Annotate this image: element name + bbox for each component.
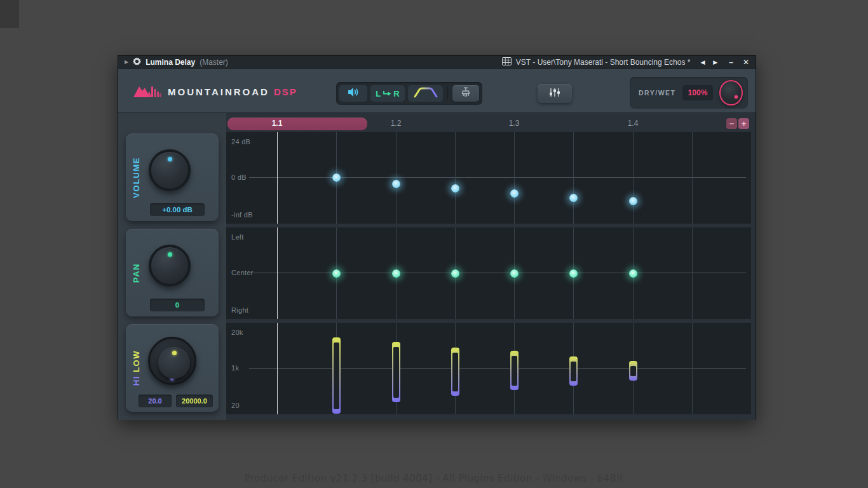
filter-grid-panel[interactable]: 20k 1k 20: [226, 323, 751, 414]
tab-1.3[interactable]: 1.3: [509, 119, 520, 128]
lr-arrow-icon: [383, 89, 391, 98]
volume-value[interactable]: +0.00 dB: [150, 203, 205, 216]
dry-wet-value[interactable]: 100%: [682, 85, 714, 100]
remove-bar-button[interactable]: −: [726, 118, 737, 129]
screen-corner-artifact: [0, 0, 19, 28]
low-cut-value[interactable]: 20.0: [139, 395, 172, 407]
add-bar-button[interactable]: +: [738, 118, 749, 129]
bright-gridline: [277, 227, 278, 319]
tab-1.1[interactable]: 1.1: [272, 119, 283, 128]
pan-knob[interactable]: [149, 245, 191, 287]
volume-tap-dot[interactable]: [569, 194, 578, 202]
gridline: [455, 132, 456, 224]
fl-studio-edition-text: Producer Edition v21.2.3 [build 4004] - …: [0, 473, 868, 484]
dry-wet-label: DRY/WET: [639, 89, 676, 97]
filter-range-bar-inner: [571, 362, 576, 381]
preset-next-button[interactable]: ▶: [711, 59, 719, 65]
gridline: [633, 132, 634, 224]
filter-range-bar-inner: [512, 356, 517, 386]
pan-tap-dot[interactable]: [629, 269, 637, 278]
gridline: [692, 132, 693, 224]
bright-gridline: [277, 323, 278, 414]
filter-range-bar-inner: [452, 353, 458, 391]
tab-1.4[interactable]: 1.4: [628, 119, 639, 128]
filter-range-bar[interactable]: [629, 361, 637, 381]
preset-selector[interactable]: VST - User\Tony Maserati - Short Bouncin…: [516, 58, 691, 67]
gear-icon[interactable]: [133, 57, 141, 67]
volume-tap-dot[interactable]: [629, 197, 637, 205]
high-cut-value[interactable]: 20000.0: [176, 395, 213, 407]
volume-card: VOLUME +0.00 dB: [126, 133, 219, 221]
hi-low-filter-card: HI LOW 20.0 20000.0: [126, 324, 219, 412]
filter-range-bar[interactable]: [332, 337, 341, 414]
plugin-header: MOUNTAINROAD DSP L R: [118, 69, 756, 113]
gridline: [573, 132, 574, 224]
pan-tap-dot[interactable]: [332, 269, 341, 278]
plugin-window: ▶ Lumina Delay (Master) VST - User\Tony …: [118, 55, 756, 419]
volume-tap-dot[interactable]: [451, 184, 459, 193]
filter-range-bar-inner: [630, 366, 636, 376]
brand-logo: MOUNTAINROAD DSP: [133, 82, 297, 101]
preset-prev-button[interactable]: ◀: [698, 59, 707, 65]
pan-value[interactable]: 0: [150, 299, 205, 311]
brand-name: MOUNTAINROAD: [168, 86, 269, 97]
filter-range-bar[interactable]: [392, 342, 400, 402]
mute-toggle-button[interactable]: [339, 85, 367, 102]
detach-arrow-icon[interactable]: ▶: [125, 59, 128, 65]
lr-left-label: L: [376, 89, 381, 98]
dry-wet-panel: DRY/WET 100%: [630, 77, 748, 109]
zero-db-gridline: [249, 177, 746, 178]
mountain-logo-icon: [133, 82, 161, 101]
sliders-icon: [548, 88, 561, 100]
gridline: [692, 323, 693, 414]
volume-tap-dot[interactable]: [510, 189, 519, 198]
active-tab-pill[interactable]: [227, 118, 367, 130]
tab-1.2[interactable]: 1.2: [391, 119, 402, 128]
filter-range-bar[interactable]: [510, 351, 519, 390]
pan-tap-dot[interactable]: [510, 269, 519, 278]
knob-sidebar: VOLUME +0.00 dB PAN 0 HI LOW: [118, 113, 226, 420]
grid-label-mid: 0 dB: [231, 173, 247, 181]
gridline: [692, 227, 693, 319]
pan-tap-dot[interactable]: [569, 269, 578, 278]
pan-grid-panel[interactable]: Left Center Right: [226, 227, 751, 319]
volume-tap-dot[interactable]: [392, 180, 400, 188]
volume-knob-indicator: [168, 157, 172, 161]
volume-knob[interactable]: [149, 149, 191, 191]
tab-bar: − + 1.11.21.31.4: [226, 117, 756, 131]
volume-label: VOLUME: [132, 133, 141, 221]
grid-label-mid: Center: [231, 269, 254, 276]
mixer-settings-button[interactable]: [538, 84, 572, 103]
grid-label-bottom: 20: [231, 402, 240, 409]
clear-taps-button[interactable]: [452, 85, 479, 102]
low-cut-knob[interactable]: [148, 337, 196, 385]
pan-card: PAN 0: [126, 229, 219, 316]
pan-tap-dot[interactable]: [392, 269, 400, 278]
filter-range-bar[interactable]: [569, 356, 578, 386]
hi-low-label: HI LOW: [132, 324, 141, 412]
grid-label-mid: 1k: [231, 364, 239, 372]
button-group-divider: [447, 86, 448, 100]
pan-label: PAN: [132, 229, 141, 316]
ping-pong-lr-button[interactable]: L R: [370, 85, 405, 102]
lr-right-label: R: [393, 89, 399, 98]
high-cut-knob[interactable]: [158, 347, 190, 379]
filter-curve-button[interactable]: [408, 85, 443, 102]
close-button[interactable]: ✕: [743, 58, 749, 67]
pan-knob-indicator: [168, 252, 172, 257]
pan-tap-dot[interactable]: [451, 269, 459, 278]
bandpass-curve-icon: [413, 86, 438, 101]
plugin-title: Lumina Delay: [146, 58, 195, 67]
gridline: [514, 132, 515, 224]
minimize-button[interactable]: –: [729, 58, 733, 67]
volume-tap-dot[interactable]: [332, 173, 341, 182]
speaker-icon: [348, 87, 359, 100]
preset-browser-icon[interactable]: [502, 57, 512, 67]
brand-suffix: DSP: [274, 86, 297, 97]
volume-grid-panel[interactable]: 24 dB 0 dB -inf dB: [226, 132, 751, 224]
plugin-titlebar[interactable]: ▶ Lumina Delay (Master) VST - User\Tony …: [118, 56, 756, 69]
grid-label-bottom: Right: [231, 306, 248, 314]
mode-button-group: L R: [336, 82, 482, 105]
filter-range-bar[interactable]: [451, 348, 459, 396]
dry-wet-knob[interactable]: [719, 80, 743, 105]
